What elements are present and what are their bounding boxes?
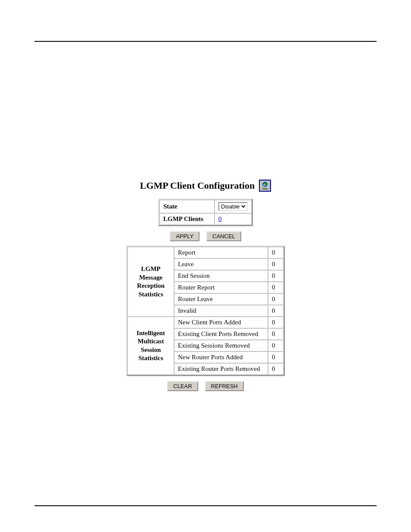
session-row-label: New Client Ports Added <box>174 317 268 328</box>
reception-row-value: 0 <box>268 271 283 281</box>
state-select[interactable]: Disable <box>218 202 248 211</box>
reception-row-label: End Session <box>174 271 268 281</box>
session-row-value: 0 <box>268 329 283 339</box>
reception-row-label: Report <box>174 247 268 258</box>
session-row-value: 0 <box>268 317 283 328</box>
bottom-divider <box>34 505 377 506</box>
lgmp-clients-cell: 0 <box>215 214 251 224</box>
reception-row-label: Leave <box>174 259 268 270</box>
session-row-label: New Router Ports Added <box>174 352 268 363</box>
help-icon-label: Help <box>262 187 268 190</box>
form-button-row: APPLY CANCEL <box>170 231 241 241</box>
reception-row-value: 0 <box>268 294 283 305</box>
reception-row-value: 0 <box>268 259 283 270</box>
reception-row-value: 0 <box>268 305 283 316</box>
state-cell: Disable <box>215 200 251 213</box>
session-row-value: 0 <box>268 352 283 363</box>
reception-row-value: 0 <box>268 247 283 258</box>
top-divider <box>34 41 377 42</box>
reception-row-label: Router Leave <box>174 294 268 305</box>
stats-table: LGMP Message Reception Statistics Report… <box>126 246 285 376</box>
apply-button[interactable]: APPLY <box>170 231 199 241</box>
config-form-table: State Disable LGMP Clients 0 <box>158 199 253 226</box>
session-row-label: Existing Sessions Removed <box>174 340 268 351</box>
session-section-label: Intelligent Multicast Session Statistics <box>128 317 174 374</box>
lgmp-clients-label: LGMP Clients <box>160 214 214 224</box>
session-row-value: 0 <box>268 340 283 351</box>
reception-row-value: 0 <box>268 282 283 293</box>
state-label: State <box>160 200 214 213</box>
lgmp-clients-link[interactable]: 0 <box>218 215 222 222</box>
reception-row-label: Invalid <box>174 305 268 316</box>
reception-section-label: LGMP Message Reception Statistics <box>128 247 174 316</box>
refresh-button[interactable]: REFRESH <box>205 381 244 391</box>
session-row-label: Existing Router Ports Removed <box>174 364 268 374</box>
page-title: LGMP Client Configuration <box>140 180 255 191</box>
help-icon[interactable]: Help <box>259 180 271 192</box>
session-row-value: 0 <box>268 364 283 374</box>
title-row: LGMP Client Configuration Help <box>140 180 271 192</box>
stats-button-row: CLEAR REFRESH <box>167 381 243 391</box>
cancel-button[interactable]: CANCEL <box>206 231 241 241</box>
reception-row-label: Router Report <box>174 282 268 293</box>
session-row-label: Existing Client Ports Removed <box>174 329 268 339</box>
clear-button[interactable]: CLEAR <box>167 381 198 391</box>
